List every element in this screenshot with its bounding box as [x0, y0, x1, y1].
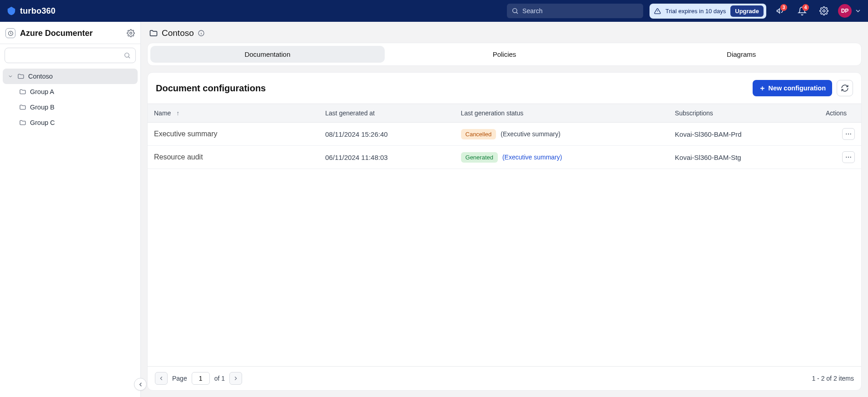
more-icon: [845, 130, 852, 138]
cell-last-generated: 06/11/2024 11:48:03: [319, 146, 454, 169]
svg-point-7: [848, 134, 849, 134]
panel-header: Document configurations New configuratio…: [148, 73, 861, 104]
folder-icon: [19, 88, 26, 95]
svg-point-0: [513, 9, 517, 13]
pager-prev-button[interactable]: [155, 372, 168, 385]
more-icon: [845, 154, 852, 161]
tree-node-group-c[interactable]: Group C: [3, 115, 138, 130]
topbar: turbo360 Trial expires in 10 days Upgrad…: [0, 0, 868, 22]
cell-name[interactable]: Resource audit: [148, 146, 319, 169]
global-search-input[interactable]: [507, 4, 643, 18]
cell-name[interactable]: Executive summary: [148, 123, 319, 146]
col-name[interactable]: Name ↑: [148, 104, 319, 123]
global-search[interactable]: [507, 4, 643, 18]
col-last-generated[interactable]: Last generated at: [319, 104, 454, 123]
upgrade-button[interactable]: Upgrade: [730, 5, 764, 17]
tree-node-contoso[interactable]: Contoso: [3, 69, 138, 84]
breadcrumb-folder: Contoso: [162, 28, 194, 38]
svg-point-4: [125, 53, 129, 57]
trial-chip: Trial expires in 10 days Upgrade: [650, 4, 766, 19]
info-icon: [198, 30, 205, 37]
svg-point-3: [130, 32, 132, 35]
pager-next-button[interactable]: [229, 372, 242, 385]
tab-documentation[interactable]: Documentation: [150, 46, 385, 63]
cell-last-generated: 08/11/2024 15:26:40: [319, 123, 454, 146]
notifications-badge: 4: [802, 4, 809, 11]
tab-policies[interactable]: Policies: [387, 46, 622, 63]
sidebar-collapse-button[interactable]: [134, 378, 147, 391]
table-row: Executive summary08/11/2024 15:26:40Canc…: [148, 123, 861, 146]
status-badge: Generated: [461, 152, 498, 163]
col-actions: Actions: [811, 104, 861, 123]
row-actions-button[interactable]: [842, 151, 855, 163]
svg-point-6: [846, 134, 847, 134]
cell-subscription: Kovai-Sl360-BAM-Stg: [669, 146, 811, 169]
cell-actions: [811, 123, 861, 146]
status-note[interactable]: (Executive summary): [502, 154, 562, 161]
folder-icon: [19, 119, 26, 126]
new-configuration-button[interactable]: New configuration: [753, 80, 832, 96]
panel-title: Document configurations: [156, 83, 266, 94]
chevron-left-icon: [137, 381, 144, 388]
module-title: Azure Documenter: [20, 29, 122, 38]
breadcrumb: Contoso: [141, 22, 868, 43]
tree-node-label: Group B: [30, 104, 55, 111]
chevron-down-icon: [7, 74, 14, 79]
cell-status: Cancelled(Executive summary): [455, 123, 669, 146]
plus-icon: [759, 85, 766, 92]
announcements-badge: 3: [780, 4, 787, 11]
tab-diagrams[interactable]: Diagrams: [624, 46, 858, 63]
row-actions-button[interactable]: [842, 128, 855, 140]
tree-node-label: Group C: [30, 119, 55, 126]
configurations-table: Name ↑ Last generated at Last generation…: [148, 104, 861, 169]
folder-icon: [17, 73, 25, 80]
tree-node-group-a[interactable]: Group A: [3, 84, 138, 99]
chevron-left-icon: [158, 375, 164, 382]
sidebar: Azure Documenter Contoso: [0, 22, 141, 397]
notifications-button[interactable]: 4: [794, 3, 810, 19]
module-header: Azure Documenter: [0, 22, 140, 44]
refresh-button[interactable]: [837, 80, 853, 96]
announcements-button[interactable]: 3: [773, 3, 788, 19]
user-menu[interactable]: DP: [838, 4, 862, 18]
gear-icon: [127, 29, 135, 37]
sidebar-search-input[interactable]: [5, 48, 135, 63]
cell-subscription: Kovai-Sl360-BAM-Prd: [669, 123, 811, 146]
trial-text: Trial expires in 10 days: [665, 8, 726, 15]
configurations-panel: Document configurations New configuratio…: [147, 72, 862, 391]
panel-footer: Page of 1 1 - 2 of 2 items: [148, 366, 861, 390]
pager: Page of 1: [155, 372, 242, 385]
sidebar-search: [0, 44, 140, 67]
chevron-right-icon: [233, 375, 239, 382]
tree-node-group-b[interactable]: Group B: [3, 99, 138, 115]
folder-icon: [149, 29, 158, 38]
module-settings-button[interactable]: [127, 29, 135, 37]
avatar: DP: [838, 4, 852, 18]
pager-of-label: of 1: [214, 375, 225, 382]
gear-icon: [819, 6, 828, 15]
pager-range-text: 1 - 2 of 2 items: [812, 375, 854, 382]
settings-button[interactable]: [816, 3, 832, 19]
svg-point-8: [850, 134, 851, 134]
brand[interactable]: turbo360: [6, 6, 55, 16]
main-area: Contoso Documentation Policies Diagrams …: [141, 22, 868, 397]
status-note: (Executive summary): [501, 130, 560, 138]
module-icon: [5, 28, 15, 38]
table-row: Resource audit06/11/2024 11:48:03Generat…: [148, 146, 861, 169]
col-subscriptions[interactable]: Subscriptions: [669, 104, 811, 123]
svg-point-10: [848, 157, 849, 158]
col-status[interactable]: Last generation status: [455, 104, 669, 123]
pager-page-input[interactable]: [192, 372, 210, 385]
refresh-icon: [841, 84, 849, 92]
folder-icon: [19, 104, 26, 111]
svg-point-9: [846, 157, 847, 158]
sort-asc-icon: ↑: [176, 109, 179, 117]
tree-node-label: Group A: [30, 88, 54, 95]
pager-page-label: Page: [172, 375, 187, 382]
search-icon: [511, 7, 519, 15]
cell-actions: [811, 146, 861, 169]
search-icon: [124, 52, 131, 59]
info-button[interactable]: [198, 30, 205, 37]
chevron-down-icon: [854, 7, 862, 15]
svg-point-1: [823, 10, 825, 12]
